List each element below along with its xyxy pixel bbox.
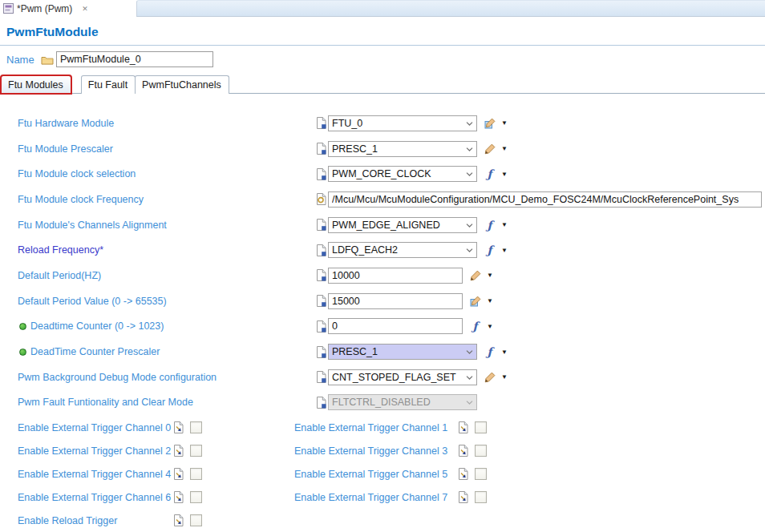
page-ref-icon (315, 193, 326, 205)
chevron-down-icon (466, 401, 473, 405)
editor-tabbar: *Pwm (Pwm) ✕ (0, 0, 765, 17)
select-pwm-background-debug-mode-configuration[interactable]: CNT_STOPED_FLAG_SET (328, 369, 477, 385)
field-label: Deadtime Counter (0 -> 1023) (0, 320, 315, 332)
field-label: Pwm Background Debug Mode configuration (0, 372, 315, 383)
formula-icon[interactable]: ƒ (484, 245, 496, 255)
bool-page-icon (172, 468, 184, 480)
page-icon (315, 143, 326, 155)
editor-tab-title: *Pwm (Pwm) (17, 3, 72, 14)
field-label: DeadTime Counter Prescaler (0, 346, 315, 357)
trigger-grid: Enable External Trigger Channel 0Enable … (0, 416, 765, 532)
select-reload-frequency[interactable]: LDFQ_EACH2 (328, 242, 477, 258)
page-icon (315, 168, 326, 180)
field-label: Ftu Module Prescaler (0, 143, 315, 155)
checkbox-enable-external-trigger-channel-4[interactable] (190, 468, 202, 480)
bool-page-icon (457, 445, 468, 457)
form-row-ftu-module-prescaler: Ftu Module PrescalerPRESC_1▼ (0, 136, 765, 162)
editor-tabbar-fill (136, 0, 765, 17)
form-tabbar: Ftu Modules Ftu Fault PwmFtuChannels (0, 75, 765, 94)
editor-menu-arrow-icon[interactable]: ▼ (501, 373, 508, 381)
chevron-down-icon (466, 224, 473, 228)
checkbox-enable-external-trigger-channel-7[interactable] (475, 491, 487, 503)
chevron-down-icon (466, 172, 473, 176)
checkbox-enable-external-trigger-channel-6[interactable] (190, 491, 202, 503)
checkbox-enable-external-trigger-channel-0[interactable] (190, 421, 202, 433)
pencil-icon[interactable] (484, 143, 496, 155)
form-row-default-period-hz: Default Period(HZ)▼ (0, 263, 765, 288)
formula-icon[interactable]: ƒ (484, 347, 496, 357)
trigger-row: Enable Reload Trigger (0, 509, 765, 532)
checkbox-enable-external-trigger-channel-5[interactable] (475, 468, 487, 480)
field-label: Default Period(HZ) (0, 270, 315, 281)
form-row-ftu-module-s-channels-alignment: Ftu Module's Channels AlignmentPWM_EDGE_… (0, 212, 765, 238)
page-title: PwmFtuModule (6, 25, 765, 39)
editor-menu-arrow-icon[interactable]: ▼ (487, 297, 493, 304)
checkbox-enable-external-trigger-channel-1[interactable] (475, 421, 487, 433)
pencil-icon[interactable] (484, 372, 496, 383)
page-icon (315, 117, 326, 129)
pencil-icon[interactable] (469, 270, 481, 281)
editor-tab-pwm[interactable]: *Pwm (Pwm) ✕ (0, 0, 136, 17)
checkbox-enable-external-trigger-channel-2[interactable] (190, 445, 202, 457)
header-separator (0, 45, 765, 46)
form-row-pwm-fault-funtionality-and-clear-mode: Pwm Fault Funtionality and Clear ModeFLT… (0, 390, 765, 416)
select-ftu-module-s-channels-alignment[interactable]: PWM_EDGE_ALIGNED (328, 217, 477, 233)
name-row: Name (6, 51, 765, 67)
close-icon[interactable]: ✕ (82, 5, 88, 13)
field-label: Ftu Module clock Frequency (0, 194, 315, 205)
checkbox-enable-external-trigger-channel-3[interactable] (475, 445, 487, 457)
chevron-down-icon (466, 376, 473, 380)
input-deadtime-counter-0-1023[interactable] (328, 318, 463, 334)
field-label: Pwm Fault Funtionality and Clear Mode (0, 397, 315, 408)
tab-pwmftuchannels[interactable]: PwmFtuChannels (135, 75, 229, 94)
bool-page-icon (457, 421, 468, 433)
page-icon (315, 320, 326, 332)
tab-ftu-modules[interactable]: Ftu Modules (1, 75, 71, 94)
tab-ftu-fault[interactable]: Ftu Fault (81, 75, 136, 94)
pencil-square-icon[interactable] (469, 296, 481, 307)
chevron-down-icon (466, 122, 473, 126)
select-ftu-module-clock-selection[interactable]: PWM_CORE_CLOCK (328, 166, 477, 182)
form-row-pwm-background-debug-mode-configuration: Pwm Background Debug Mode configurationC… (0, 365, 765, 390)
page-icon (315, 371, 326, 383)
editor-menu-arrow-icon[interactable]: ▼ (501, 145, 508, 152)
input-ftu-module-clock-frequency[interactable] (328, 191, 762, 208)
form-row-deadtime-counter-0-1023: Deadtime Counter (0 -> 1023)ƒ▼ (0, 314, 765, 340)
pencil-square-icon[interactable] (484, 118, 496, 129)
bool-page-icon (172, 491, 184, 503)
chevron-down-icon (466, 147, 473, 151)
editor-menu-arrow-icon[interactable]: ▼ (487, 272, 493, 279)
form-rows: Ftu Hardware ModuleFTU_0▼Ftu Module Pres… (0, 111, 765, 415)
formula-icon[interactable]: ƒ (484, 220, 496, 230)
editor-menu-arrow-icon[interactable]: ▼ (501, 171, 508, 178)
form-row-reload-frequency: Reload Frequency*LDFQ_EACH2ƒ▼ (0, 237, 765, 263)
field-label: Ftu Hardware Module (0, 118, 315, 129)
input-default-period-hz[interactable] (328, 268, 463, 284)
chevron-down-icon (466, 350, 473, 354)
editor-menu-arrow-icon[interactable]: ▼ (501, 349, 508, 356)
select-ftu-module-prescaler[interactable]: PRESC_1 (328, 141, 477, 157)
editor-menu-arrow-icon[interactable]: ▼ (501, 247, 508, 254)
chevron-down-icon (466, 248, 473, 252)
select-deadtime-counter-prescaler[interactable]: PRESC_1 (328, 344, 477, 360)
select-pwm-fault-funtionality-and-clear-mode: FLTCTRL_DISABLED (328, 394, 477, 410)
field-label: Ftu Module clock selection (0, 168, 315, 179)
trigger-row: Enable External Trigger Channel 2Enable … (0, 439, 765, 462)
editor-menu-arrow-icon[interactable]: ▼ (501, 119, 508, 127)
input-default-period-value-0-65535[interactable] (328, 293, 463, 309)
editor-menu-arrow-icon[interactable]: ▼ (487, 323, 493, 330)
formula-icon[interactable]: ƒ (469, 321, 481, 331)
form-row-ftu-hardware-module: Ftu Hardware ModuleFTU_0▼ (0, 111, 765, 136)
form-row-ftu-module-clock-selection: Ftu Module clock selectionPWM_CORE_CLOCK… (0, 161, 765, 187)
select-ftu-hardware-module[interactable]: FTU_0 (328, 115, 477, 131)
formula-icon[interactable]: ƒ (484, 169, 496, 179)
checkbox-enable-reload-trigger[interactable] (190, 514, 202, 526)
form-row-default-period-value-0-65535: Default Period Value (0 -> 65535)▼ (0, 288, 765, 314)
status-dot-icon (19, 323, 26, 330)
page-icon (315, 295, 326, 307)
trigger-row: Enable External Trigger Channel 6Enable … (0, 486, 765, 509)
page-icon (315, 244, 326, 256)
editor-menu-arrow-icon[interactable]: ▼ (501, 221, 508, 228)
name-input[interactable] (56, 51, 213, 67)
page-icon (315, 269, 326, 281)
